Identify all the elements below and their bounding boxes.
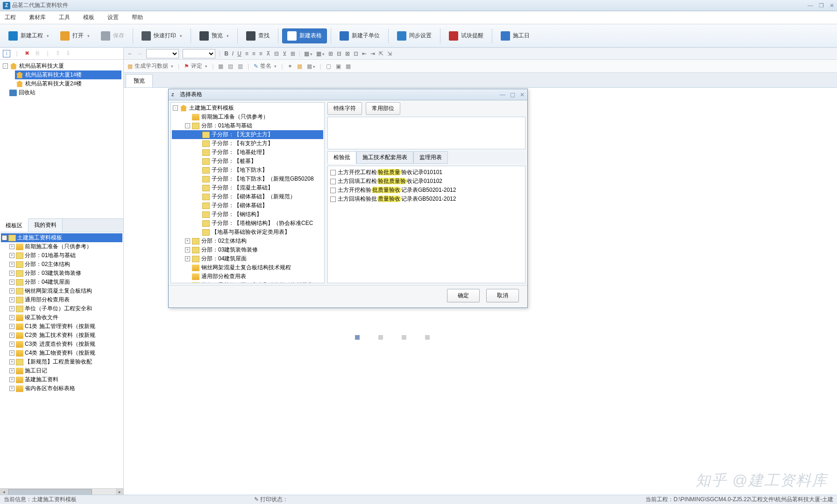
dot-icon[interactable]	[425, 335, 430, 340]
list-item[interactable]: +竣工验收文件	[1, 313, 122, 322]
tree-node[interactable]: 子分部：【混凝土基础】	[172, 183, 323, 192]
list-item[interactable]: +分部：02主体结构	[1, 260, 122, 269]
font-combo[interactable]	[146, 49, 179, 58]
tool-icon[interactable]: ▦▾	[307, 63, 315, 70]
dot-icon[interactable]	[402, 335, 406, 340]
tree-node[interactable]: 子分部：【地基处理】	[172, 148, 323, 157]
sync-button[interactable]: 同步设置	[392, 29, 436, 43]
tree-node[interactable]: +分部：03建筑装饰装修	[172, 245, 323, 254]
dot-icon[interactable]	[355, 335, 360, 340]
expand-icon[interactable]: +	[9, 288, 14, 294]
align-bottom-icon[interactable]: ⊻	[283, 50, 287, 57]
tree-node[interactable]: 子分部：【砌体基础】	[172, 201, 323, 210]
checkbox[interactable]	[330, 188, 336, 193]
dialog-tree[interactable]: -土建施工资料模板前期施工准备（只供参考）-分部：01地基与基础子分部：【无支护…	[170, 102, 325, 283]
underline-icon[interactable]: U	[237, 50, 241, 57]
tab-templates[interactable]: 模板区	[0, 218, 28, 232]
tree-node[interactable]: 杭州品茗科技大厦1#楼	[25, 71, 82, 79]
generate-button[interactable]: ▦生成学习数据▾	[128, 62, 173, 70]
back-icon[interactable]: ←	[128, 50, 133, 57]
new-subunit-button[interactable]: 新建子单位	[335, 29, 384, 43]
list-item[interactable]: +C3类 进度造价资料（按新规	[1, 340, 122, 349]
tree-node[interactable]: 前期施工准备（只供参考）	[172, 112, 323, 121]
open-button[interactable]: 打开▾	[56, 29, 94, 43]
list-item[interactable]: +【新规范】工程质量验收配	[1, 357, 122, 366]
grid4-icon[interactable]: ⊡	[354, 50, 358, 57]
tree-node[interactable]: 子分部：【塔桅钢结构】（协会标准CEC	[172, 219, 323, 228]
expand-icon[interactable]: +	[9, 253, 14, 258]
expand-icon[interactable]: +	[9, 377, 14, 382]
tool-icon[interactable]: ▦	[297, 63, 302, 70]
tree-node[interactable]: +分部：02主体结构	[172, 237, 323, 245]
new-table-button[interactable]: 新建表格	[282, 28, 327, 43]
tree-node[interactable]: +分部：04建筑屋面	[172, 254, 323, 263]
tree-node[interactable]: 钢丝网架混凝土复合板结构技术规程	[172, 263, 323, 272]
close-icon[interactable]: ✕	[520, 91, 525, 98]
expand-icon[interactable]: +	[9, 333, 14, 338]
tree-node[interactable]: 子分部：【有支护土方】	[172, 139, 323, 148]
expand-icon[interactable]: +	[9, 271, 14, 276]
tool-icon[interactable]: ▦	[218, 63, 223, 70]
checkbox[interactable]	[330, 196, 336, 202]
expand-icon[interactable]: +	[9, 386, 14, 391]
grid3-icon[interactable]: ⊠	[345, 50, 350, 57]
tool-icon[interactable]: ▦	[346, 63, 351, 70]
rate-button[interactable]: ⚑评定▾	[184, 62, 207, 70]
align-middle-icon[interactable]: ⊟	[274, 50, 279, 57]
minimize-icon[interactable]: —	[500, 91, 505, 98]
template-list[interactable]: -土建施工资料模板+前期施工准备（只供参考）+分部：01地基与基础+分部：02主…	[0, 232, 123, 488]
grid2-icon[interactable]: ⊟	[337, 50, 341, 57]
tab-1[interactable]: 施工技术配套用表	[356, 151, 413, 164]
expand-icon[interactable]: +	[9, 244, 14, 249]
expand-icon[interactable]: +	[9, 315, 14, 320]
tool-icon[interactable]: ▤	[228, 63, 233, 70]
tree-node[interactable]: 子分部：【钢结构】	[172, 210, 323, 219]
list-item[interactable]: -土建施工资料模板	[1, 233, 122, 242]
expand-icon[interactable]: +	[9, 359, 14, 364]
expand-icon[interactable]: +	[9, 297, 14, 302]
project-tree[interactable]: -杭州品茗科技大厦 杭州品茗科技大厦1#楼 杭州品茗科技大厦2#楼 回收站	[0, 60, 123, 218]
expand-icon[interactable]: +	[9, 350, 14, 356]
list-item[interactable]: +施工日记	[1, 366, 122, 375]
indent-icon[interactable]: ⇲	[387, 50, 392, 57]
delete-icon[interactable]: ✖	[23, 50, 31, 57]
menu-模板[interactable]: 模板	[83, 14, 94, 21]
tool-icon[interactable]: ▣	[336, 63, 341, 70]
tool-icon[interactable]: ▥	[238, 63, 243, 70]
list-item[interactable]: +分部：04建筑屋面	[1, 278, 122, 287]
forward-icon[interactable]: →	[137, 50, 142, 57]
expand-icon[interactable]: -	[3, 63, 8, 69]
expand-icon[interactable]: +	[9, 342, 14, 347]
menu-工程[interactable]: 工程	[5, 14, 16, 21]
align-center-icon[interactable]: ≡	[252, 50, 255, 57]
list-item[interactable]: +茎建施工资料	[1, 375, 122, 384]
preview-button[interactable]: 预览▾	[195, 29, 234, 43]
copy-icon[interactable]: ⎘	[34, 50, 41, 57]
tree-node[interactable]: 杭州品茗科技大厦2#楼	[25, 80, 82, 88]
expand-icon[interactable]: -	[2, 235, 7, 240]
cancel-button[interactable]: 取消	[486, 289, 519, 302]
list-item[interactable]: +钢丝网架混凝土复合板结构	[1, 287, 122, 295]
menu-素材库[interactable]: 素材库	[29, 14, 46, 21]
list-item[interactable]: 土方回填工程检验批质量验收记录010102	[330, 177, 523, 186]
expand-icon[interactable]: +	[9, 324, 14, 329]
block-remind-button[interactable]: 试块提醒	[444, 29, 488, 43]
tool-icon[interactable]: ▢	[326, 63, 331, 70]
tree-node[interactable]: 【地基与基础验收评定类用表】	[172, 228, 323, 237]
info-icon[interactable]: i	[3, 50, 10, 57]
tab-preview[interactable]: 预览	[126, 74, 153, 87]
list-item[interactable]: +分部：03建筑装饰装修	[1, 269, 122, 278]
expand-icon[interactable]: +	[9, 368, 14, 373]
tool-icon[interactable]: ✦	[288, 63, 292, 70]
checkbox[interactable]	[330, 179, 336, 184]
bold-icon[interactable]: B	[224, 50, 228, 57]
tab-0[interactable]: 检验批	[327, 151, 356, 164]
tab-2[interactable]: 监理用表	[413, 151, 448, 164]
list-item[interactable]: +分部：01地基与基础	[1, 251, 122, 260]
checkbox[interactable]	[330, 170, 336, 175]
expand-icon[interactable]: -	[185, 123, 190, 128]
print-button[interactable]: 快速打印▾	[137, 29, 187, 43]
grid1-icon[interactable]: ⊞	[328, 50, 333, 57]
fill-icon[interactable]: ▦▾	[316, 50, 325, 57]
save-button[interactable]: 保存	[96, 29, 129, 43]
